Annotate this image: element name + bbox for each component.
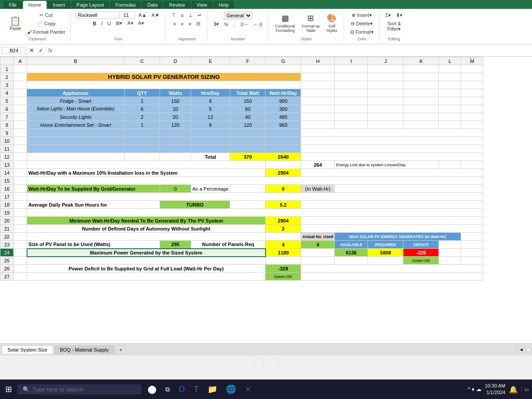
cell-B8[interactable]: Home Entertainment Set - Smart xyxy=(27,121,125,129)
cell-B3[interactable] xyxy=(27,81,301,89)
cell-E11[interactable] xyxy=(191,145,230,153)
insert-button[interactable]: ⊕ Insert▾ xyxy=(350,12,374,19)
cell-A6[interactable] xyxy=(14,105,27,113)
cell-D4[interactable]: Watts xyxy=(160,89,191,97)
cancel-formula-button[interactable]: ✕ xyxy=(28,47,35,54)
cortana-icon[interactable]: ⬤ xyxy=(145,383,159,396)
format-painter-button[interactable]: 🖌 Format Painter xyxy=(25,28,67,35)
add-sheet-button[interactable]: + xyxy=(115,345,126,354)
cell-G25[interactable] xyxy=(266,257,301,265)
tab-view[interactable]: View xyxy=(192,1,213,9)
col-L[interactable]: L xyxy=(439,57,461,65)
edge-icon[interactable]: 🌐 xyxy=(223,383,239,396)
cell-A7[interactable] xyxy=(14,113,27,121)
cell-B16[interactable]: Watt-Hr/Day To be Supplied By Grid/Gener… xyxy=(27,185,160,193)
cell-J6[interactable] xyxy=(368,105,403,113)
sheet-title-cell[interactable]: HYBRID SOLAR PV GENERATOR SIZING xyxy=(27,73,301,81)
cell-A3[interactable] xyxy=(14,81,27,89)
cell-G13[interactable] xyxy=(266,161,301,169)
increase-font-button[interactable]: A▲ xyxy=(137,12,148,19)
cell-F9[interactable] xyxy=(230,129,266,137)
show-desktop-button[interactable]: ▭ xyxy=(521,387,528,392)
cell-H21[interactable] xyxy=(301,225,483,233)
cell-B25[interactable] xyxy=(27,257,266,265)
cell-G10[interactable] xyxy=(266,137,301,145)
cell-B13[interactable] xyxy=(27,161,266,169)
cell-E12[interactable]: Total xyxy=(191,153,230,161)
cell-M13[interactable] xyxy=(461,161,483,169)
font-color-button[interactable]: A▾ xyxy=(137,20,146,27)
col-D[interactable]: D xyxy=(160,57,191,65)
row-2-header[interactable]: 2 xyxy=(0,73,14,81)
cell-J7[interactable] xyxy=(368,113,403,121)
row-16-header[interactable]: 16 xyxy=(0,185,14,193)
teams-icon[interactable]: T xyxy=(191,383,201,396)
cell-J1[interactable] xyxy=(368,65,403,73)
cell-A21[interactable] xyxy=(14,225,27,233)
cell-H12[interactable] xyxy=(301,153,483,161)
cell-F18[interactable] xyxy=(230,201,266,209)
number-format-select[interactable]: General xyxy=(224,12,252,20)
cell-A24[interactable] xyxy=(14,249,27,257)
copy-button[interactable]: 📄 Copy xyxy=(25,20,67,27)
cell-F12[interactable]: 370 xyxy=(230,153,266,161)
cell-H18[interactable] xyxy=(301,201,483,209)
cell-H1[interactable] xyxy=(301,65,335,73)
cell-K25[interactable]: Green-OK xyxy=(403,257,439,265)
cell-D9[interactable] xyxy=(160,129,191,137)
col-F[interactable]: F xyxy=(230,57,266,65)
cell-A2[interactable] xyxy=(14,73,27,81)
align-left-button[interactable]: ≡ xyxy=(171,20,177,27)
cell-D18[interactable]: TURBO xyxy=(160,201,230,209)
font-name-input[interactable] xyxy=(75,12,120,19)
cell-C12[interactable] xyxy=(125,153,160,161)
align-center-button[interactable]: ≡ xyxy=(179,20,185,27)
row-15-header[interactable]: 15 xyxy=(0,177,14,185)
cell-L7[interactable] xyxy=(439,113,461,121)
cell-C4[interactable]: QTY xyxy=(125,89,160,97)
cell-G5[interactable]: 900 xyxy=(266,97,301,105)
cell-I1[interactable] xyxy=(335,65,368,73)
col-H[interactable]: H xyxy=(301,57,335,65)
search-input[interactable] xyxy=(32,386,136,393)
cell-B14[interactable]: Watt-Hr/Day with a Maximum 10% Installat… xyxy=(27,169,266,177)
cell-B20[interactable]: Minimum Watt-Hr/Day Needed To Be Generat… xyxy=(27,217,266,225)
cell-I23[interactable]: AVAILABLE xyxy=(335,241,368,249)
row-24-header[interactable]: 24 xyxy=(0,249,14,257)
cell-J25[interactable] xyxy=(368,257,403,265)
file-explorer-icon[interactable]: 📁 xyxy=(205,383,220,396)
cell-J4[interactable] xyxy=(368,89,403,97)
cell-I22[interactable]: MAX SOLAR PV ENERGY GENERATED (In Watt-H… xyxy=(335,233,461,241)
cell-G4[interactable]: Watt-Hr/Day xyxy=(266,89,301,97)
merge-button[interactable]: ⊟ xyxy=(195,20,202,27)
cell-G26[interactable]: -328 xyxy=(266,265,301,273)
cell-A22[interactable] xyxy=(14,233,27,241)
col-M[interactable]: M xyxy=(461,57,483,65)
cell-G7[interactable]: 480 xyxy=(266,113,301,121)
cell-M3[interactable] xyxy=(461,81,483,89)
col-G[interactable]: G xyxy=(266,57,301,65)
cell-D16[interactable]: 0 xyxy=(160,185,191,193)
cell-A23[interactable] xyxy=(14,241,27,249)
cell-E9[interactable] xyxy=(191,129,230,137)
cell-K7[interactable] xyxy=(403,113,439,121)
cell-G23[interactable]: 4 xyxy=(266,241,301,249)
cell-G16[interactable]: 0 xyxy=(266,185,301,193)
row-7-header[interactable]: 7 xyxy=(0,113,14,121)
row-13-header[interactable]: 13 xyxy=(0,161,14,169)
sheet-scroll[interactable]: A B C D E F G H I J K L M 1 xyxy=(0,57,532,343)
tab-file[interactable]: File xyxy=(4,1,22,9)
cell-F8[interactable]: 120 xyxy=(230,121,266,129)
cell-A12[interactable] xyxy=(14,153,27,161)
cell-A26[interactable] xyxy=(14,265,27,273)
cell-J24[interactable]: 5808 xyxy=(368,249,403,257)
cell-H6[interactable] xyxy=(301,105,335,113)
cell-A17[interactable] xyxy=(14,193,27,201)
tab-home[interactable]: Home xyxy=(23,1,47,9)
cell-E4[interactable]: Hrs/Day xyxy=(191,89,230,97)
row-11-header[interactable]: 11 xyxy=(0,145,14,153)
cell-J5[interactable] xyxy=(368,97,403,105)
cell-A4[interactable] xyxy=(14,89,27,97)
cell-A1[interactable] xyxy=(14,65,27,73)
cell-I2[interactable] xyxy=(335,73,368,81)
